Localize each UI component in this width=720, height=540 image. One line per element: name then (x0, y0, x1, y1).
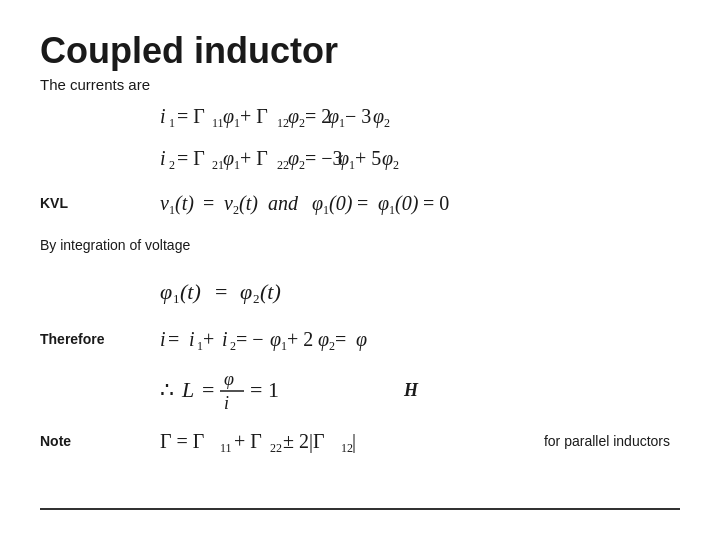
svg-text:φ: φ (288, 147, 299, 170)
svg-text:2: 2 (384, 116, 390, 130)
svg-text:2: 2 (253, 291, 260, 306)
svg-text:=: = (203, 192, 214, 214)
svg-text:+ Γ: + Γ (234, 430, 262, 452)
svg-text:i: i (189, 328, 195, 350)
svg-text:=: = (215, 279, 227, 304)
svg-text:φ: φ (356, 328, 367, 351)
svg-text:φ: φ (328, 105, 339, 128)
kvl-formula: v 1 (t) = v 2 (t) and φ 1 (0) = φ 1 (0) … (160, 186, 680, 220)
svg-text:22: 22 (270, 441, 282, 455)
svg-text:φ: φ (240, 279, 252, 304)
note-right-text: for parallel inductors (544, 433, 670, 449)
svg-text:φ: φ (223, 105, 234, 128)
svg-text:=: = (357, 192, 368, 214)
kvl-label: KVL (40, 195, 160, 211)
bottom-divider (40, 508, 680, 510)
svg-text:= 1: = 1 (250, 377, 279, 402)
svg-text:+ 5: + 5 (355, 147, 381, 169)
svg-text:− 3: − 3 (345, 105, 371, 127)
svg-text:v: v (160, 192, 169, 214)
therefore-row: Therefore i = i 1 + i 2 = − φ 1 + 2 φ 2 … (40, 321, 680, 357)
H-label: H (404, 380, 418, 401)
svg-text:i: i (160, 105, 166, 127)
svg-text:φ: φ (288, 105, 299, 128)
kvl-formula-svg: v 1 (t) = v 2 (t) and φ 1 (0) = φ 1 (0) … (160, 186, 610, 220)
page-title: Coupled inductor (40, 30, 680, 72)
svg-text:i: i (222, 328, 228, 350)
svg-text:= Γ: = Γ (177, 147, 205, 169)
by-integration-row: By integration of voltage (40, 229, 680, 265)
svg-text:11: 11 (220, 441, 232, 455)
svg-text:φ: φ (373, 105, 384, 128)
svg-text:2: 2 (169, 158, 175, 172)
svg-text:(t): (t) (239, 192, 258, 215)
svg-text:i: i (224, 393, 229, 413)
svg-text:11: 11 (212, 116, 224, 130)
svg-text:∴: ∴ (160, 377, 174, 402)
svg-text:φ: φ (160, 279, 172, 304)
svg-text:Γ = Γ: Γ = Γ (160, 430, 204, 452)
svg-text:(t): (t) (180, 279, 201, 304)
note-formula-svg: Γ = Γ 11 + Γ 22 ± 2|Γ 12 | (160, 424, 440, 458)
formula-i2: i 2 = Γ 21 φ 1 + Γ 22 φ 2 = −3 φ 1 + 5 φ… (160, 141, 680, 179)
svg-text:+: + (203, 328, 214, 350)
svg-text:+ 2: + 2 (287, 328, 313, 350)
svg-text:= Γ: = Γ (177, 105, 205, 127)
note-formula: Γ = Γ 11 + Γ 22 ± 2|Γ 12 | (160, 424, 544, 458)
svg-text:φ: φ (318, 328, 329, 351)
svg-text:φ: φ (224, 369, 234, 389)
note-label: Note (40, 433, 160, 449)
svg-text:i: i (160, 328, 166, 350)
formula-i1: i 1 = Γ 11 φ 1 + Γ 12 φ 2 = 2 φ 1 − 3 φ … (160, 99, 680, 137)
svg-text:=: = (335, 328, 346, 350)
svg-text:φ: φ (270, 328, 281, 351)
svg-text:φ: φ (338, 147, 349, 170)
svg-text:L: L (181, 377, 194, 402)
formula-i1-svg: i 1 = Γ 11 φ 1 + Γ 12 φ 2 = 2 φ 1 − 3 φ … (160, 99, 580, 133)
therefore-formula-svg: i = i 1 + i 2 = − φ 1 + 2 φ 2 = φ (160, 322, 540, 356)
integration-formula-svg: φ 1 (t) = φ 2 (t) (160, 273, 360, 309)
kvl-row: KVL v 1 (t) = v 2 (t) and φ 1 (0) = φ 1 … (40, 185, 680, 221)
svg-text:(0): (0) (329, 192, 353, 215)
svg-text:(0): (0) (395, 192, 419, 215)
svg-text:i: i (160, 147, 166, 169)
svg-text:1: 1 (169, 116, 175, 130)
svg-text:1: 1 (173, 291, 180, 306)
svg-text:φ: φ (378, 192, 389, 215)
svg-text:= −3: = −3 (305, 147, 343, 169)
svg-text:+ Γ: + Γ (240, 147, 268, 169)
by-integration-text: By integration of voltage (40, 237, 190, 253)
l-formula-svg: ∴ L = φ i = 1 (160, 365, 400, 415)
l-formula-row: ∴ L = φ i = 1 H (40, 365, 680, 415)
svg-text:φ: φ (382, 147, 393, 170)
svg-text:(t): (t) (175, 192, 194, 215)
svg-text:= 0: = 0 (423, 192, 449, 214)
svg-text:=: = (168, 328, 179, 350)
svg-text:2: 2 (393, 158, 399, 172)
therefore-formula: i = i 1 + i 2 = − φ 1 + 2 φ 2 = φ (160, 322, 680, 356)
svg-text:and: and (268, 192, 299, 214)
integration-formula-block: φ 1 (t) = φ 2 (t) (160, 273, 680, 313)
svg-text:φ: φ (223, 147, 234, 170)
svg-text:± 2|Γ: ± 2|Γ (283, 430, 325, 453)
note-row: Note Γ = Γ 11 + Γ 22 ± 2|Γ 12 | for para… (40, 423, 680, 459)
subtitle: The currents are (40, 76, 680, 93)
svg-text:= −: = − (236, 328, 264, 350)
therefore-label: Therefore (40, 331, 160, 347)
svg-text:=: = (202, 377, 214, 402)
svg-text:v: v (224, 192, 233, 214)
currents-block: i 1 = Γ 11 φ 1 + Γ 12 φ 2 = 2 φ 1 − 3 φ … (160, 99, 680, 179)
svg-text:|: | (352, 430, 356, 453)
formula-i2-svg: i 2 = Γ 21 φ 1 + Γ 22 φ 2 = −3 φ 1 + 5 φ… (160, 141, 580, 175)
page: Coupled inductor The currents are i 1 = … (0, 0, 720, 540)
svg-text:φ: φ (312, 192, 323, 215)
svg-text:(t): (t) (260, 279, 281, 304)
svg-text:+ Γ: + Γ (240, 105, 268, 127)
l-formula: ∴ L = φ i = 1 H (160, 365, 680, 415)
